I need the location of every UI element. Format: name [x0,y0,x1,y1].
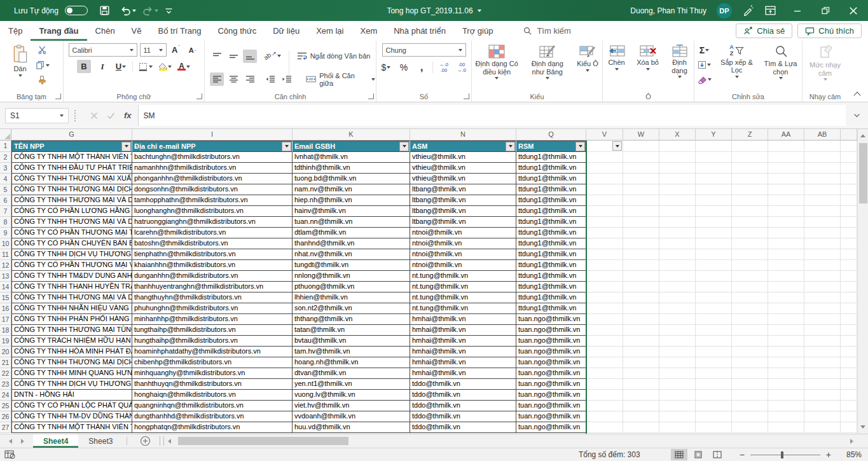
empty-cell[interactable] [696,238,732,249]
empty-cell[interactable] [586,141,623,152]
empty-cell[interactable] [659,411,696,422]
cell[interactable]: CÔNG TY TNHH THANH HUYỀN TRAN [11,282,132,292]
column-header-G[interactable]: G [11,129,132,141]
cancel-icon[interactable] [90,112,98,120]
row-header-20[interactable]: 20 [0,347,11,357]
empty-cell[interactable] [768,390,804,401]
column-header-W[interactable]: W [623,129,659,141]
cell[interactable]: vthieu@thmilk.vn [410,152,516,163]
empty-cell[interactable] [696,368,732,379]
empty-cell[interactable] [659,152,696,163]
cell[interactable]: namanhhn@thmilkdistributors.vn [132,163,293,174]
redo-icon[interactable] [142,5,158,16]
empty-cell[interactable] [768,141,804,152]
cell[interactable]: tamhopphathn@thmilkdistributors.vn [132,195,293,206]
empty-cell[interactable] [586,357,623,368]
empty-cell[interactable] [623,368,659,379]
cell[interactable]: CÔNG TY TNHH THƯƠNG MẠI VÀ DỊ [11,217,132,228]
row-header-24[interactable]: 24 [0,390,11,401]
font-size-select[interactable]: 11 [140,43,167,57]
cell[interactable]: nam.nv@thmilk.vn [293,184,410,195]
empty-cell[interactable] [732,368,768,379]
empty-cell[interactable] [586,228,623,238]
cell[interactable]: vthieu@thmilk.vn [410,174,516,184]
add-sheet-button[interactable] [140,434,151,448]
empty-cell[interactable] [696,314,732,325]
row-header-25[interactable]: 25 [0,401,11,411]
empty-cell[interactable] [659,238,696,249]
table-header-cell[interactable]: Email GSBH [293,141,410,152]
cell[interactable]: luonghanghn@thmilkdistributors.vn [132,206,293,217]
cell[interactable]: dtvan@thmilk.vn [293,368,410,379]
cell[interactable]: nt.tung@thmilk.vn [410,282,516,292]
empty-cell[interactable] [586,195,623,206]
cell[interactable]: dunganhhn@thmilkdistributors.vn [132,271,293,282]
row-header-12[interactable]: 12 [0,260,11,271]
empty-cell[interactable] [659,260,696,271]
empty-cell[interactable] [804,282,841,292]
empty-cell[interactable] [623,411,659,422]
empty-cell[interactable] [696,401,732,411]
empty-cell[interactable] [623,217,659,228]
tab-file[interactable]: Tệp [0,21,31,41]
scroll-left-icon[interactable] [164,439,175,444]
empty-cell[interactable] [586,206,623,217]
empty-cell[interactable] [586,163,623,174]
empty-cell[interactable] [586,271,623,282]
sort-filter-button[interactable]: AZ Sắp xếp & Lọc [717,43,757,88]
empty-cell[interactable] [732,422,768,433]
empty-cell[interactable] [804,314,841,325]
cell-styles-button[interactable]: Kiểu Ô [573,43,602,88]
empty-cell[interactable] [768,206,804,217]
cell[interactable]: tuan.ngo@thmilk.vn [516,368,586,379]
page-break-view-button[interactable] [709,449,726,460]
tab-scrollbar-splitter[interactable] [160,436,164,446]
cell[interactable]: ltbang@thmilk.vn [410,184,516,195]
row-header-11[interactable]: 11 [0,249,11,260]
cell[interactable]: ttdung1@thmilk.vn [516,303,586,314]
empty-cell[interactable] [696,217,732,228]
document-title[interactable]: Tong hop GT_2019.11.06 [387,6,472,15]
empty-cell[interactable] [623,206,659,217]
cell[interactable]: hoaminhphatdathy@thmilkdistributors.vn [132,347,293,357]
italic-button[interactable]: I [95,60,109,73]
empty-cell[interactable] [586,260,623,271]
alignment-dialog-launcher[interactable] [368,93,374,99]
cell[interactable]: hungthaihp@thmilkdistributors.vn [132,336,293,347]
empty-cell[interactable] [623,271,659,282]
empty-cell[interactable] [732,379,768,390]
align-bottom-button[interactable] [243,50,257,63]
vertical-scrollbar-thumb[interactable] [859,143,867,203]
autosave-toggle[interactable] [65,6,88,15]
empty-cell[interactable] [804,195,841,206]
row-header-8[interactable]: 8 [0,217,11,228]
column-header-AB[interactable]: AB [804,129,841,141]
empty-cell[interactable] [659,282,696,292]
fill-color-button[interactable] [158,60,172,73]
empty-cell[interactable] [696,141,732,152]
cell[interactable]: tungdt@thmilk.vn [293,260,410,271]
empty-cell[interactable] [696,292,732,303]
percent-button[interactable]: % [397,60,411,74]
empty-cell[interactable] [659,292,696,303]
cell[interactable]: hmhai@thmilk.vn [410,314,516,325]
cell[interactable]: hainv@thmilk.vn [293,206,410,217]
empty-cell[interactable] [623,228,659,238]
cell[interactable]: CÔNG TY CỔ PHẦN LỘC PHÁT QUẢNG [11,401,132,411]
filter-dropdown-v1[interactable] [612,141,622,151]
empty-cell[interactable] [768,325,804,336]
empty-cell[interactable] [696,325,732,336]
cell[interactable]: bvtau@thmilk.vn [293,336,410,347]
empty-cell[interactable] [768,260,804,271]
cell[interactable]: minhanhhp@thmilkdistributors.vn [132,314,293,325]
cell[interactable]: dongsonhn@thmilkdistributors.vn [132,184,293,195]
empty-cell[interactable] [804,184,841,195]
cell[interactable]: CÔNG TY TNHH THƯƠNG MẠI VÀ DỊ [11,292,132,303]
empty-cell[interactable] [623,141,659,152]
next-sheet-icon[interactable] [21,439,24,444]
empty-cell[interactable] [732,163,768,174]
empty-cell[interactable] [696,379,732,390]
empty-cell[interactable] [768,163,804,174]
cell[interactable]: hmhai@thmilk.vn [410,347,516,357]
cell[interactable]: tatan@thmilk.vn [293,325,410,336]
